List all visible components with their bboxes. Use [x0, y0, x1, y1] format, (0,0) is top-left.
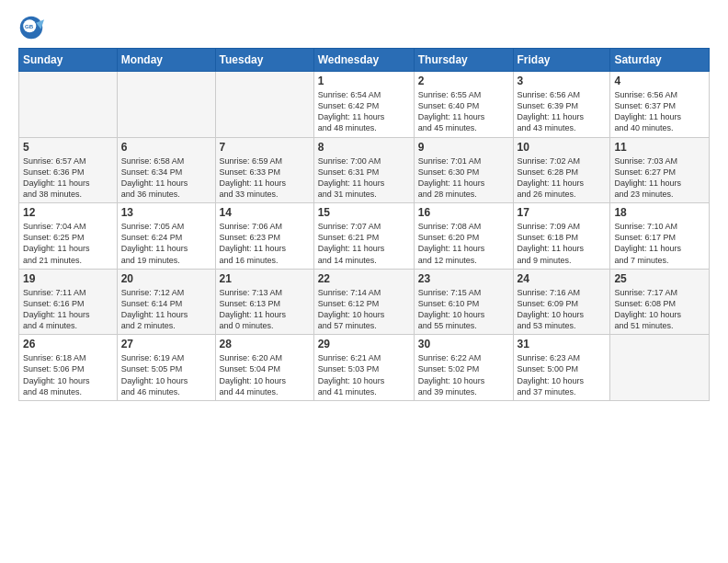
day-info: Sunrise: 6:23 AM Sunset: 5:00 PM Dayligh… — [518, 352, 607, 397]
day-number: 22 — [318, 272, 410, 285]
day-info: Sunrise: 7:17 AM Sunset: 6:08 PM Dayligh… — [614, 287, 705, 332]
calendar-cell: 30Sunrise: 6:22 AM Sunset: 5:02 PM Dayli… — [414, 335, 513, 401]
day-number: 12 — [23, 206, 113, 219]
day-info: Sunrise: 6:22 AM Sunset: 5:02 PM Dayligh… — [418, 352, 509, 397]
day-number: 15 — [318, 206, 410, 219]
calendar-cell: 13Sunrise: 7:05 AM Sunset: 6:24 PM Dayli… — [117, 203, 215, 270]
day-info: Sunrise: 7:10 AM Sunset: 6:17 PM Dayligh… — [614, 221, 705, 266]
day-number: 9 — [418, 141, 509, 154]
calendar-cell: 3Sunrise: 6:56 AM Sunset: 6:39 PM Daylig… — [513, 72, 610, 138]
day-info: Sunrise: 7:15 AM Sunset: 6:10 PM Dayligh… — [418, 287, 509, 332]
day-info: Sunrise: 6:21 AM Sunset: 5:03 PM Dayligh… — [318, 352, 410, 397]
day-number: 16 — [418, 206, 509, 219]
calendar-header-row: SundayMondayTuesdayWednesdayThursdayFrid… — [19, 49, 710, 72]
calendar-cell: 22Sunrise: 7:14 AM Sunset: 6:12 PM Dayli… — [313, 269, 414, 335]
calendar-cell: 15Sunrise: 7:07 AM Sunset: 6:21 PM Dayli… — [313, 203, 414, 270]
calendar-cell: 5Sunrise: 6:57 AM Sunset: 6:36 PM Daylig… — [19, 137, 118, 203]
calendar-header-wednesday: Wednesday — [313, 49, 414, 72]
calendar-cell — [610, 335, 710, 401]
calendar-cell: 29Sunrise: 6:21 AM Sunset: 5:03 PM Dayli… — [313, 335, 414, 401]
day-info: Sunrise: 6:58 AM Sunset: 6:34 PM Dayligh… — [121, 155, 211, 201]
day-info: Sunrise: 7:00 AM Sunset: 6:31 PM Dayligh… — [318, 155, 410, 201]
calendar-cell: 18Sunrise: 7:10 AM Sunset: 6:17 PM Dayli… — [610, 203, 710, 270]
day-number: 27 — [121, 338, 211, 350]
day-number: 10 — [518, 141, 607, 154]
calendar-week-3: 12Sunrise: 7:04 AM Sunset: 6:25 PM Dayli… — [19, 203, 710, 270]
calendar-cell: 12Sunrise: 7:04 AM Sunset: 6:25 PM Dayli… — [19, 203, 118, 270]
page: GB SundayMondayTuesdayWednesdayThursdayF… — [0, 0, 728, 563]
calendar-cell: 16Sunrise: 7:08 AM Sunset: 6:20 PM Dayli… — [414, 203, 513, 270]
calendar-cell: 2Sunrise: 6:55 AM Sunset: 6:40 PM Daylig… — [414, 72, 513, 138]
day-info: Sunrise: 7:07 AM Sunset: 6:21 PM Dayligh… — [318, 221, 410, 266]
day-number: 4 — [614, 75, 705, 87]
calendar-cell: 20Sunrise: 7:12 AM Sunset: 6:14 PM Dayli… — [117, 269, 215, 335]
calendar-cell: 26Sunrise: 6:18 AM Sunset: 5:06 PM Dayli… — [19, 335, 118, 401]
calendar-cell: 7Sunrise: 6:59 AM Sunset: 6:33 PM Daylig… — [215, 137, 313, 203]
calendar-cell: 27Sunrise: 6:19 AM Sunset: 5:05 PM Dayli… — [117, 335, 215, 401]
day-info: Sunrise: 7:03 AM Sunset: 6:27 PM Dayligh… — [614, 155, 705, 201]
logo-icon: GB — [18, 15, 44, 40]
day-number: 19 — [23, 272, 113, 285]
calendar-week-2: 5Sunrise: 6:57 AM Sunset: 6:36 PM Daylig… — [19, 137, 710, 203]
calendar-cell: 8Sunrise: 7:00 AM Sunset: 6:31 PM Daylig… — [313, 137, 414, 203]
day-info: Sunrise: 7:16 AM Sunset: 6:09 PM Dayligh… — [518, 287, 607, 332]
day-info: Sunrise: 6:59 AM Sunset: 6:33 PM Dayligh… — [220, 155, 310, 201]
day-number: 24 — [518, 272, 607, 285]
day-number: 13 — [121, 206, 211, 219]
calendar-cell: 9Sunrise: 7:01 AM Sunset: 6:30 PM Daylig… — [414, 137, 513, 203]
day-number: 3 — [518, 75, 607, 87]
calendar-cell: 28Sunrise: 6:20 AM Sunset: 5:04 PM Dayli… — [215, 335, 313, 401]
day-number: 11 — [614, 141, 705, 154]
day-info: Sunrise: 6:54 AM Sunset: 6:42 PM Dayligh… — [318, 89, 410, 134]
day-info: Sunrise: 7:12 AM Sunset: 6:14 PM Dayligh… — [121, 287, 211, 332]
day-info: Sunrise: 7:13 AM Sunset: 6:13 PM Dayligh… — [220, 287, 310, 332]
calendar-cell: 17Sunrise: 7:09 AM Sunset: 6:18 PM Dayli… — [513, 203, 610, 270]
calendar-cell: 31Sunrise: 6:23 AM Sunset: 5:00 PM Dayli… — [513, 335, 610, 401]
day-number: 1 — [318, 75, 410, 87]
day-info: Sunrise: 7:04 AM Sunset: 6:25 PM Dayligh… — [23, 221, 113, 266]
day-info: Sunrise: 6:57 AM Sunset: 6:36 PM Dayligh… — [23, 155, 113, 201]
calendar-cell — [19, 72, 118, 138]
day-info: Sunrise: 7:02 AM Sunset: 6:28 PM Dayligh… — [518, 155, 607, 201]
day-number: 18 — [614, 206, 705, 219]
day-info: Sunrise: 6:56 AM Sunset: 6:39 PM Dayligh… — [518, 89, 607, 134]
day-info: Sunrise: 6:56 AM Sunset: 6:37 PM Dayligh… — [614, 89, 705, 134]
calendar-header-monday: Monday — [117, 49, 215, 72]
day-number: 31 — [518, 338, 607, 350]
day-number: 21 — [220, 272, 310, 285]
day-number: 30 — [418, 338, 509, 350]
day-number: 8 — [318, 141, 410, 154]
day-info: Sunrise: 7:14 AM Sunset: 6:12 PM Dayligh… — [318, 287, 410, 332]
calendar-week-1: 1Sunrise: 6:54 AM Sunset: 6:42 PM Daylig… — [19, 72, 710, 138]
day-info: Sunrise: 7:05 AM Sunset: 6:24 PM Dayligh… — [121, 221, 211, 266]
header: GB — [18, 15, 710, 40]
day-number: 20 — [121, 272, 211, 285]
day-number: 23 — [418, 272, 509, 285]
day-number: 26 — [23, 338, 113, 350]
day-info: Sunrise: 7:01 AM Sunset: 6:30 PM Dayligh… — [418, 155, 509, 201]
calendar-header-sunday: Sunday — [19, 49, 118, 72]
calendar-header-thursday: Thursday — [414, 49, 513, 72]
day-info: Sunrise: 6:20 AM Sunset: 5:04 PM Dayligh… — [220, 352, 310, 397]
day-number: 25 — [614, 272, 705, 285]
day-number: 29 — [318, 338, 410, 350]
calendar-cell: 1Sunrise: 6:54 AM Sunset: 6:42 PM Daylig… — [313, 72, 414, 138]
day-number: 17 — [518, 206, 607, 219]
calendar-cell: 11Sunrise: 7:03 AM Sunset: 6:27 PM Dayli… — [610, 137, 710, 203]
day-info: Sunrise: 6:55 AM Sunset: 6:40 PM Dayligh… — [418, 89, 509, 134]
day-number: 28 — [220, 338, 310, 350]
calendar-cell: 24Sunrise: 7:16 AM Sunset: 6:09 PM Dayli… — [513, 269, 610, 335]
day-info: Sunrise: 7:11 AM Sunset: 6:16 PM Dayligh… — [23, 287, 113, 332]
day-info: Sunrise: 6:18 AM Sunset: 5:06 PM Dayligh… — [23, 352, 113, 397]
svg-text:GB: GB — [25, 23, 34, 29]
calendar-header-tuesday: Tuesday — [215, 49, 313, 72]
day-number: 5 — [23, 141, 113, 154]
day-number: 14 — [220, 206, 310, 219]
day-number: 6 — [121, 141, 211, 154]
calendar-cell: 4Sunrise: 6:56 AM Sunset: 6:37 PM Daylig… — [610, 72, 710, 138]
day-number: 7 — [220, 141, 310, 154]
calendar-cell: 14Sunrise: 7:06 AM Sunset: 6:23 PM Dayli… — [215, 203, 313, 270]
calendar-cell: 6Sunrise: 6:58 AM Sunset: 6:34 PM Daylig… — [117, 137, 215, 203]
day-info: Sunrise: 7:06 AM Sunset: 6:23 PM Dayligh… — [220, 221, 310, 266]
calendar-week-4: 19Sunrise: 7:11 AM Sunset: 6:16 PM Dayli… — [19, 269, 710, 335]
